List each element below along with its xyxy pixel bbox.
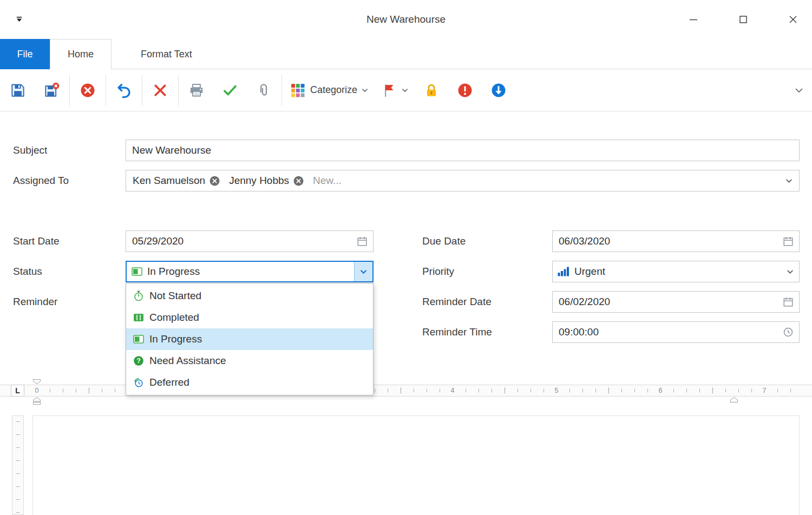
tab-format-text[interactable]: Format Text [126, 39, 207, 69]
assigned-to-dropdown-button[interactable] [785, 179, 793, 183]
subject-input[interactable] [126, 144, 799, 156]
reminder-time-input[interactable] [553, 326, 782, 338]
horizontal-ruler[interactable]: 0 1 2 3 4 5 6 7 [0, 385, 812, 397]
chevron-down-icon [402, 88, 408, 93]
first-line-indent-marker[interactable] [33, 379, 41, 384]
assigned-to-field[interactable]: Ken Samuelson Jenny Hobbs New... [126, 170, 800, 192]
reminder-date-input[interactable] [553, 296, 782, 308]
due-date-input[interactable] [553, 235, 782, 247]
calendar-icon[interactable] [356, 235, 368, 247]
clock-glyph [782, 326, 794, 338]
calendar-glyph [782, 296, 794, 308]
toolbar-separator [142, 75, 142, 106]
assigned-to-placeholder: New... [313, 175, 342, 187]
tab-file[interactable]: File [0, 39, 50, 69]
priority-dropdown-button[interactable] [787, 269, 794, 274]
status-dropdown: Not Started Completed In Progress ? Need… [126, 283, 374, 395]
collapse-ribbon-button[interactable] [795, 88, 803, 93]
status-option-in-progress[interactable]: In Progress [126, 328, 373, 350]
reminder-label: Reminder [13, 291, 57, 313]
blue-down-arrow-circle-icon [490, 82, 507, 98]
status-option-deferred[interactable]: Deferred [126, 372, 373, 393]
minimize-button[interactable] [681, 7, 706, 32]
maximize-button[interactable] [731, 7, 756, 32]
status-option-completed[interactable]: Completed [126, 307, 373, 328]
quick-access-menu-button[interactable] [15, 16, 23, 23]
right-indent-marker[interactable] [730, 397, 738, 402]
low-importance-button[interactable] [482, 73, 515, 108]
hanging-indent-marker[interactable] [33, 397, 41, 405]
attach-file-button[interactable] [247, 73, 280, 108]
status-option-label: Not Started [149, 290, 201, 302]
undo-button[interactable] [107, 73, 141, 108]
status-combobox[interactable]: In Progress [126, 261, 374, 282]
vertical-ruler [12, 415, 24, 515]
status-option-not-started[interactable]: Not Started [126, 285, 373, 307]
undo-arrow-icon [116, 82, 132, 98]
categorize-label: Categorize [310, 84, 357, 96]
reminder-date-label: Reminder Date [422, 291, 492, 313]
toolbar-separator [281, 75, 282, 106]
red-circle-x-icon [80, 82, 96, 98]
gold-lock-icon [423, 82, 440, 98]
assigned-to-label: Assigned To [13, 170, 69, 192]
status-option-label: Completed [149, 312, 199, 323]
ribbon-tabs: File Home Format Text [0, 39, 812, 69]
color-grid-icon [290, 82, 306, 98]
red-exclamation-circle-icon [457, 82, 473, 98]
green-check-icon [222, 82, 238, 98]
document-page[interactable] [32, 415, 800, 515]
calendar-icon[interactable] [782, 296, 794, 308]
deferred-icon [133, 377, 144, 388]
priority-value: Urgent [574, 266, 605, 278]
assignee-name: Jenny Hobbs [229, 175, 289, 187]
chevron-down-icon [785, 179, 793, 183]
calendar-glyph [782, 235, 794, 247]
mark-complete-button[interactable] [213, 73, 247, 108]
delete-button[interactable] [71, 73, 104, 108]
not-started-icon [133, 290, 144, 301]
save-and-close-button[interactable] [35, 73, 68, 108]
private-button[interactable] [415, 73, 448, 108]
categorize-button[interactable]: Categorize [283, 73, 375, 108]
ruler-mark: 7 [761, 385, 768, 396]
start-date-field [126, 230, 374, 252]
priority-combobox[interactable]: Urgent [552, 261, 800, 282]
high-importance-button[interactable] [448, 73, 482, 108]
close-button[interactable] [781, 7, 806, 32]
calendar-icon[interactable] [782, 235, 794, 247]
chevron-down-icon [795, 88, 803, 93]
new-task-window: New Warehourse File Home Format Text [0, 0, 812, 515]
chevron-down-icon [360, 269, 367, 274]
tab-home[interactable]: Home [50, 39, 112, 69]
assignee-token: Jenny Hobbs [229, 175, 304, 187]
minimize-icon [689, 15, 698, 24]
toolbar-separator [69, 75, 70, 106]
tab-stop-selector[interactable]: L [11, 385, 24, 397]
status-value: In Progress [147, 266, 200, 278]
clock-icon[interactable] [782, 326, 794, 338]
remove-assignee-icon[interactable] [209, 176, 220, 186]
urgent-priority-icon [558, 267, 569, 276]
subject-field [126, 140, 800, 161]
red-flag-icon [381, 82, 397, 98]
status-option-need-assistance[interactable]: ? Need Assistance [126, 350, 373, 372]
follow-up-flag-button[interactable] [375, 73, 415, 108]
status-option-label: In Progress [149, 333, 202, 345]
cancel-button[interactable] [143, 73, 177, 108]
close-icon [788, 15, 798, 24]
remove-assignee-icon[interactable] [293, 176, 304, 186]
assignee-name: Ken Samuelson [133, 175, 205, 187]
status-dropdown-button[interactable] [354, 262, 372, 281]
ruler-mark: 5 [553, 385, 560, 396]
status-option-label: Need Assistance [149, 355, 226, 367]
start-date-label: Start Date [13, 230, 60, 252]
save-button[interactable] [1, 73, 35, 108]
floppy-disk-red-x-icon [43, 82, 60, 98]
reminder-time-label: Reminder Time [422, 321, 492, 343]
start-date-input[interactable] [126, 235, 356, 247]
ruler-mark: 4 [449, 385, 456, 396]
print-button[interactable] [180, 73, 213, 108]
reminder-time-field [552, 321, 800, 343]
calendar-glyph [356, 235, 368, 247]
